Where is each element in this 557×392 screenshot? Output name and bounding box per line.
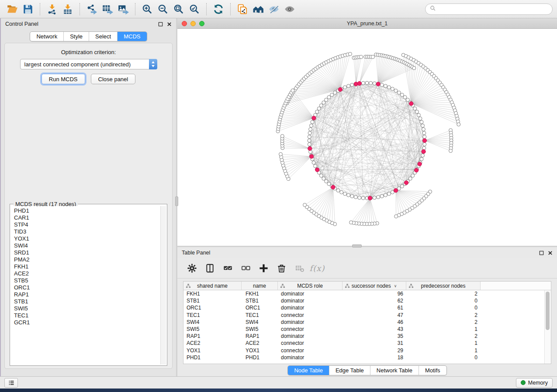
zoom-in-button[interactable] xyxy=(139,2,155,17)
dominator-node[interactable] xyxy=(312,116,316,120)
graph-node[interactable] xyxy=(397,91,401,94)
graph-node[interactable] xyxy=(411,174,415,177)
result-item[interactable]: ORC1 xyxy=(14,284,160,291)
table-row[interactable]: FKH1FKH1dominator962 xyxy=(183,290,544,297)
dominator-node[interactable] xyxy=(422,150,426,154)
result-item[interactable]: STB5 xyxy=(14,277,160,284)
graph-node[interactable] xyxy=(343,86,346,89)
graph-node[interactable] xyxy=(325,179,328,183)
graph-node[interactable] xyxy=(315,110,319,113)
column-header-successor-nodes[interactable]: successor nodes∨ xyxy=(343,282,406,290)
zoom-fit-button[interactable] xyxy=(171,2,187,17)
graph-node[interactable] xyxy=(373,196,376,199)
dominator-node[interactable] xyxy=(409,102,413,106)
table-row[interactable]: STB1STB1dominator620 xyxy=(183,297,544,304)
result-item[interactable]: STP4 xyxy=(14,221,160,228)
import-table-button[interactable] xyxy=(60,2,76,17)
graph-node[interactable] xyxy=(408,177,412,180)
graph-node[interactable] xyxy=(361,196,365,200)
table-scrollbar[interactable] xyxy=(544,290,551,364)
tab-edge-table[interactable]: Edge Table xyxy=(329,366,370,375)
graph-node[interactable] xyxy=(394,215,398,218)
graph-node[interactable] xyxy=(365,81,369,85)
dominator-node[interactable] xyxy=(315,168,319,172)
result-item[interactable]: SRD1 xyxy=(14,249,160,256)
result-item[interactable]: ACE2 xyxy=(14,270,160,277)
graph-node[interactable] xyxy=(303,203,307,206)
graph-node[interactable] xyxy=(369,81,373,85)
graph-node[interactable] xyxy=(308,143,311,146)
memory-button[interactable]: Memory xyxy=(516,378,553,388)
search-box[interactable] xyxy=(425,3,553,15)
table-row[interactable]: ORC1ORC1dominator610 xyxy=(183,304,544,311)
import-network-button[interactable] xyxy=(44,2,60,17)
task-history-button[interactable] xyxy=(4,378,18,388)
graph-node[interactable] xyxy=(400,93,404,96)
graph-node[interactable] xyxy=(319,174,323,177)
table-row[interactable]: RAP1RAP1dominator352 xyxy=(183,333,544,340)
column-header-predecessor-nodes[interactable]: predecessor nodes xyxy=(406,282,481,290)
graph-node[interactable] xyxy=(350,83,354,86)
tab-node-table[interactable]: Node Table xyxy=(288,366,329,375)
refresh-network-button[interactable] xyxy=(211,2,226,17)
table-scrollbar-thumb[interactable] xyxy=(546,292,550,330)
close-panel-icon[interactable] xyxy=(167,22,172,27)
graph-node[interactable] xyxy=(384,193,387,197)
horizontal-splitter-handle[interactable] xyxy=(352,244,362,248)
result-item[interactable]: YOX1 xyxy=(14,235,160,242)
tab-network[interactable]: Network xyxy=(30,32,63,41)
graph-node[interactable] xyxy=(394,89,398,93)
result-item[interactable]: SWI4 xyxy=(14,242,160,249)
export-network-button[interactable] xyxy=(84,2,100,17)
graph-node[interactable] xyxy=(314,164,317,168)
graph-node[interactable] xyxy=(347,84,350,88)
graph-node[interactable] xyxy=(309,124,313,127)
vertical-splitter-handle[interactable] xyxy=(175,196,178,206)
horizontal-splitter[interactable] xyxy=(177,246,557,247)
graph-node[interactable] xyxy=(322,101,325,104)
tab-select[interactable]: Select xyxy=(89,32,117,41)
graph-node[interactable] xyxy=(340,190,343,194)
graph-node[interactable] xyxy=(413,107,417,110)
table-row[interactable]: YOX1YOX1connector291 xyxy=(183,347,544,354)
graph-node[interactable] xyxy=(421,124,425,127)
result-item[interactable]: GCR1 xyxy=(14,319,160,326)
graph-node[interactable] xyxy=(354,195,357,199)
table-row[interactable]: SWI5SWI5connector431 xyxy=(183,326,544,333)
table-row[interactable]: SWI4SWI4dominator462 xyxy=(183,319,544,326)
graph-node[interactable] xyxy=(422,146,426,150)
table-row[interactable]: ACE2ACE2connector311 xyxy=(183,340,544,347)
graph-node[interactable] xyxy=(349,220,353,224)
hide-selected-button[interactable] xyxy=(266,2,282,17)
graph-node[interactable] xyxy=(343,192,346,196)
graph-node[interactable] xyxy=(312,161,315,165)
graph-node[interactable] xyxy=(403,96,407,99)
table-row[interactable]: TEC1TEC1connector472 xyxy=(183,312,544,319)
result-item[interactable]: CAR1 xyxy=(14,214,160,221)
graph-node[interactable] xyxy=(421,154,425,157)
search-input[interactable] xyxy=(439,6,548,12)
dominator-node[interactable] xyxy=(415,168,419,172)
graph-node[interactable] xyxy=(358,196,361,199)
dominator-node[interactable] xyxy=(368,196,372,200)
dominator-node[interactable] xyxy=(331,185,335,189)
close-panel-button[interactable]: Close panel xyxy=(91,74,136,84)
export-image-button[interactable] xyxy=(115,2,131,17)
graph-node[interactable] xyxy=(377,195,380,199)
vertical-splitter[interactable] xyxy=(176,18,177,376)
close-window-icon[interactable] xyxy=(182,21,187,26)
columns-button[interactable] xyxy=(204,263,215,274)
result-item[interactable]: PHD1 xyxy=(14,207,160,214)
delete-table-button[interactable] xyxy=(294,263,305,274)
maximize-window-icon[interactable] xyxy=(199,21,204,26)
graph-node[interactable] xyxy=(422,127,425,131)
graph-node[interactable] xyxy=(347,193,350,197)
graph-node[interactable] xyxy=(415,110,419,113)
graph-node[interactable] xyxy=(400,185,404,188)
dominator-node[interactable] xyxy=(357,82,361,86)
result-list-scrollbar[interactable] xyxy=(160,206,166,364)
result-item[interactable]: TEC1 xyxy=(14,312,160,319)
open-file-button[interactable] xyxy=(4,2,20,17)
dominator-node[interactable] xyxy=(338,87,342,91)
graph-node[interactable] xyxy=(330,93,334,96)
